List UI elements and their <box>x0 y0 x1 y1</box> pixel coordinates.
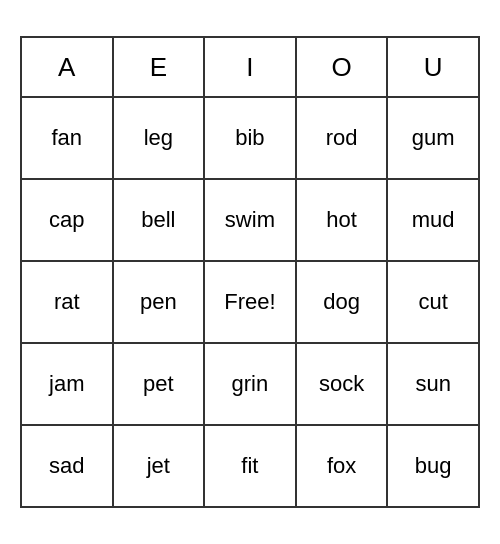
header-row: AEIOU <box>21 37 479 97</box>
table-row: capbellswimhotmud <box>21 179 479 261</box>
cell-r0-c1: leg <box>113 97 205 179</box>
cell-r4-c4: bug <box>387 425 479 507</box>
table-row: fanlegbibrodgum <box>21 97 479 179</box>
bingo-table: AEIOU fanlegbibrodgumcapbellswimhotmudra… <box>20 36 480 508</box>
cell-r2-c2: Free! <box>204 261 296 343</box>
cell-r2-c1: pen <box>113 261 205 343</box>
table-row: ratpenFree!dogcut <box>21 261 479 343</box>
cell-r1-c0: cap <box>21 179 113 261</box>
header-col-i: I <box>204 37 296 97</box>
cell-r1-c1: bell <box>113 179 205 261</box>
header-col-u: U <box>387 37 479 97</box>
cell-r3-c0: jam <box>21 343 113 425</box>
cell-r4-c0: sad <box>21 425 113 507</box>
cell-r4-c3: fox <box>296 425 388 507</box>
cell-r1-c3: hot <box>296 179 388 261</box>
cell-r2-c4: cut <box>387 261 479 343</box>
table-row: jampetgrinsocksun <box>21 343 479 425</box>
cell-r0-c0: fan <box>21 97 113 179</box>
cell-r0-c2: bib <box>204 97 296 179</box>
cell-r2-c0: rat <box>21 261 113 343</box>
cell-r3-c4: sun <box>387 343 479 425</box>
header-col-a: A <box>21 37 113 97</box>
table-row: sadjetfitfoxbug <box>21 425 479 507</box>
header-col-o: O <box>296 37 388 97</box>
cell-r1-c4: mud <box>387 179 479 261</box>
cell-r4-c1: jet <box>113 425 205 507</box>
cell-r0-c3: rod <box>296 97 388 179</box>
cell-r1-c2: swim <box>204 179 296 261</box>
cell-r2-c3: dog <box>296 261 388 343</box>
cell-r3-c3: sock <box>296 343 388 425</box>
cell-r3-c2: grin <box>204 343 296 425</box>
cell-r4-c2: fit <box>204 425 296 507</box>
cell-r3-c1: pet <box>113 343 205 425</box>
cell-r0-c4: gum <box>387 97 479 179</box>
header-col-e: E <box>113 37 205 97</box>
